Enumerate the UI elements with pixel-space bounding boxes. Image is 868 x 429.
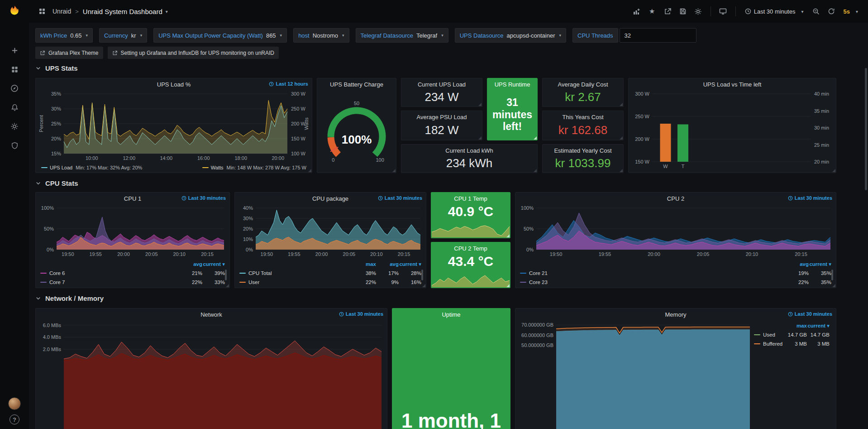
refresh-interval-picker[interactable]: 5s ▾ xyxy=(840,5,862,18)
cpu-package-legend[interactable]: maxavgcurrent ▾CPU Total38%17%28%User22%… xyxy=(238,260,423,287)
time-range-picker[interactable]: Last 30 minutes ▾ xyxy=(741,5,807,18)
clock-icon xyxy=(378,196,383,201)
panel-title[interactable]: UPS Load % xyxy=(157,81,191,88)
dashboard-link-plex-theme[interactable]: Grafana Plex Theme xyxy=(35,47,103,59)
legend-sort-header[interactable]: max xyxy=(353,261,376,267)
explore-compass-icon[interactable] xyxy=(0,80,29,97)
chevron-down-icon xyxy=(35,180,41,186)
share-icon[interactable] xyxy=(661,5,674,18)
breadcrumb-app[interactable]: Unraid xyxy=(52,8,71,15)
panel-title[interactable]: UPS Runtime xyxy=(495,81,530,88)
user-avatar[interactable] xyxy=(8,397,21,410)
navbar: Unraid > Unraid System Dashboard ▾ ★ xyxy=(0,0,868,23)
battery-gauge[interactable]: 050100100% xyxy=(319,91,394,171)
panel-title[interactable]: CPU package xyxy=(312,195,348,202)
cpu-threads-input[interactable]: 32 xyxy=(620,28,696,43)
panel-ups-battery-charge: UPS Battery Charge 050100100% xyxy=(317,78,396,173)
variable-ups-max-output[interactable]: UPS Max Output Power Capacity (Watt) 865… xyxy=(153,28,287,43)
legend-sort-header[interactable]: avg xyxy=(376,261,399,267)
memory-legend[interactable]: maxcurrent ▾Used14.7 GB14.7 GBBuffered3 … xyxy=(752,321,831,348)
panel-title[interactable]: Current UPS Load xyxy=(418,81,466,88)
refresh-icon[interactable] xyxy=(825,5,838,18)
variable-telegraf-datasource[interactable]: Telegraf Datasource Telegraf ▾ xyxy=(356,28,448,43)
legend-sort-header[interactable]: current ▾ xyxy=(807,323,830,329)
legend-sort-header[interactable]: current ▾ xyxy=(399,261,421,267)
legend-row[interactable]: Core 621%39% xyxy=(38,269,227,278)
panel-time-override[interactable]: Last 30 minutes xyxy=(378,195,422,201)
tv-kiosk-icon[interactable] xyxy=(716,5,730,18)
configuration-gear-icon[interactable] xyxy=(0,118,29,135)
legend-sort-header[interactable]: avg xyxy=(786,261,809,267)
panel-time-override[interactable]: Last 12 hours xyxy=(269,81,308,87)
cpu2-legend[interactable]: avgcurrent ▾Core 2119%35%Core 2322%35% xyxy=(518,260,833,287)
row-header-ups-stats[interactable]: UPS Stats xyxy=(35,63,78,72)
variable-kwh-price[interactable]: kWh Price 0.65 ▾ xyxy=(35,28,93,43)
legend-row[interactable]: Buffered3 MB3 MB xyxy=(752,339,831,348)
legend-row[interactable]: Core 2119%35% xyxy=(518,269,833,278)
scrollbar-thumb[interactable] xyxy=(865,68,867,190)
panel-time-override[interactable]: Last 30 minutes xyxy=(788,311,832,317)
legend-row[interactable]: User22%9%16% xyxy=(238,278,423,287)
settings-gear-icon[interactable] xyxy=(692,5,705,18)
panel-title[interactable]: Estimated Yearly Cost xyxy=(554,147,611,154)
panel-title[interactable]: Current Load kWh xyxy=(445,147,493,154)
variable-currency[interactable]: Currency kr ▾ xyxy=(99,28,147,43)
panel-title[interactable]: UPS Load vs Time left xyxy=(703,81,762,88)
panel-title[interactable]: Network xyxy=(200,311,222,318)
panel-title[interactable]: Memory xyxy=(665,311,687,318)
sidebar-menu xyxy=(0,42,29,154)
panel-time-override[interactable]: Last 30 minutes xyxy=(339,311,383,317)
legend-header-row: avgcurrent ▾ xyxy=(38,260,227,269)
row-header-cpu-stats[interactable]: CPU Stats xyxy=(35,178,78,188)
legend-row[interactable]: Core 2322%35% xyxy=(518,278,833,287)
legend-row[interactable]: Core 722%33% xyxy=(38,278,227,287)
panel-time-override[interactable]: Last 30 minutes xyxy=(788,195,832,201)
server-admin-shield-icon[interactable] xyxy=(0,137,29,154)
grid-icon[interactable] xyxy=(35,5,49,18)
panel-title[interactable]: UPS Battery Charge xyxy=(330,81,383,88)
dashboard-switcher-caret-icon[interactable]: ▾ xyxy=(166,9,168,14)
panel-title[interactable]: CPU 1 xyxy=(124,195,141,202)
cpu2-chart[interactable]: 0%50%100%19:5019:5520:0020:0520:1020:15 xyxy=(517,205,834,258)
help-icon[interactable]: ? xyxy=(10,415,19,424)
panel-title[interactable]: CPU 2 xyxy=(667,195,684,202)
stat-value: 43.4 °C xyxy=(431,251,510,272)
variable-host[interactable]: host Nostromo ▾ xyxy=(293,28,349,43)
legend-row[interactable]: Used14.7 GB14.7 GB xyxy=(752,330,831,339)
zoom-out-icon[interactable] xyxy=(809,5,823,18)
panel-title[interactable]: Average Daily Cost xyxy=(558,81,608,88)
panel-title[interactable]: Average PSU Load xyxy=(416,114,467,121)
legend-sort-header[interactable]: max xyxy=(784,323,807,328)
clock-icon xyxy=(181,196,186,201)
panel-title[interactable]: This Years Cost xyxy=(562,114,603,121)
cpu-package-chart[interactable]: 0%10%20%30%40%19:5019:5520:0020:0520:102… xyxy=(237,205,424,258)
legend-item[interactable]: UPS LoadMin: 17% Max: 32% Avg: 20% xyxy=(41,165,142,170)
star-icon[interactable]: ★ xyxy=(645,5,659,18)
ups-load-chart[interactable]: 15%20%25%30%35%100 W150 W200 W250 W300 W… xyxy=(38,91,310,162)
dashboards-icon[interactable] xyxy=(0,61,29,78)
dashboard-title[interactable]: Unraid System Dashboard xyxy=(83,8,162,15)
add-panel-icon[interactable] xyxy=(630,5,644,18)
grafana-logo[interactable] xyxy=(8,0,21,23)
legend-row[interactable]: CPU Total38%17%28% xyxy=(238,269,423,278)
save-icon[interactable] xyxy=(676,5,690,18)
panel-title[interactable]: Uptime xyxy=(442,311,460,318)
caret-down-icon: ▾ xyxy=(140,33,143,38)
legend-sort-header[interactable]: avg xyxy=(180,261,202,267)
panel-time-override[interactable]: Last 30 minutes xyxy=(181,195,226,201)
dashboard-link-ups-guide[interactable]: Setting up Grafana and InfluxDB for UPS … xyxy=(108,47,279,59)
cpu1-chart[interactable]: 0%50%100%19:5019:5520:0020:0520:1020:15 xyxy=(38,205,228,258)
variable-ups-datasource[interactable]: UPS Datasource apcupsd-container ▾ xyxy=(455,28,566,43)
alerting-bell-icon[interactable] xyxy=(0,99,29,116)
panel-this-years-cost: This Years Cost kr 162.68 xyxy=(542,111,624,140)
legend-item[interactable]: WattsMin: 148 W Max: 278 W Avg: 175 W xyxy=(202,165,306,170)
network-chart[interactable]: 6.0 MBs4.0 MBs2.0 MBs xyxy=(38,321,385,429)
legend-sort-header[interactable]: current ▾ xyxy=(202,261,225,267)
row-header-network-memory[interactable]: Network / Memory xyxy=(35,294,104,303)
legend-sort-header[interactable]: current ▾ xyxy=(809,261,831,267)
ups-load-legend[interactable]: UPS LoadMin: 17% Max: 32% Avg: 20%WattsM… xyxy=(41,165,306,170)
ups-bars-chart[interactable]: 150 W200 W250 W300 W20 min25 min30 min35… xyxy=(631,91,833,170)
cpu1-legend[interactable]: avgcurrent ▾Core 621%39%Core 722%33% xyxy=(38,260,227,287)
clock-icon xyxy=(788,312,793,317)
create-plus-icon[interactable] xyxy=(0,42,29,59)
